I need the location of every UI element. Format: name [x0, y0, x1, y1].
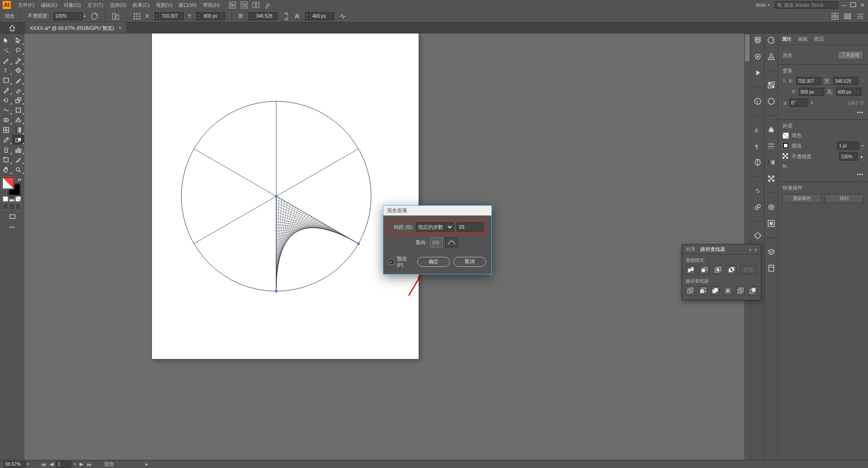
zoom-tool[interactable]	[12, 165, 24, 175]
arrange-docs-icon[interactable]	[252, 1, 259, 9]
slice-tool[interactable]	[12, 155, 24, 165]
tab-artboards[interactable]: 画板	[798, 36, 808, 43]
maximize-button[interactable]	[850, 2, 856, 8]
shape-builder-tool[interactable]	[0, 115, 12, 125]
transform-more-button[interactable]: •••	[857, 109, 863, 115]
minimize-button[interactable]: —	[841, 2, 847, 8]
artboard-tool[interactable]	[0, 155, 12, 165]
pf-unite[interactable]	[686, 265, 696, 274]
edit-toolbar-button[interactable]: •••	[0, 224, 24, 230]
tab-properties[interactable]: 属性	[782, 36, 792, 43]
brushes-panel-icon[interactable]	[754, 232, 762, 240]
artboard-index-input[interactable]	[56, 461, 71, 468]
link-wh-icon[interactable]	[282, 12, 290, 20]
symbol-spray-tool[interactable]	[0, 145, 12, 155]
paintbrush-tool[interactable]	[12, 75, 24, 85]
scale-tool[interactable]	[12, 95, 24, 105]
document-tab[interactable]: XXXX.ai* @ 66.67% (RGB/GPU 预览) ×	[25, 23, 126, 33]
menu-help[interactable]: 帮助(H)	[200, 1, 222, 9]
pf-collapse-icon[interactable]: »	[749, 247, 751, 252]
appearance-more-button[interactable]: •••	[857, 171, 863, 177]
color-mode-solid[interactable]	[3, 196, 8, 202]
swatches-panel-icon[interactable]	[767, 81, 775, 89]
orient-page-button[interactable]	[430, 237, 443, 247]
pf-minus-back[interactable]	[748, 286, 757, 295]
zoom-input[interactable]	[4, 461, 25, 468]
prop-opacity-input[interactable]	[839, 152, 858, 161]
prop-stroke-swatch[interactable]	[783, 142, 789, 149]
pf-tab-align[interactable]: 对齐	[686, 246, 696, 253]
magic-wand-tool[interactable]	[0, 45, 12, 55]
curvature-tool[interactable]	[12, 55, 24, 65]
color2-panel-icon[interactable]	[767, 97, 775, 105]
prop-fill-swatch[interactable]	[783, 132, 789, 139]
pf-exclude[interactable]	[726, 265, 736, 274]
x-input[interactable]	[160, 12, 184, 20]
pf-minus-front[interactable]	[699, 265, 709, 274]
draw-behind[interactable]	[9, 203, 14, 210]
spacing-select[interactable]: 指定的步数	[416, 222, 454, 232]
recolor-art-icon[interactable]	[90, 12, 99, 20]
mesh-tool[interactable]	[0, 125, 12, 135]
eyedropper-tool[interactable]	[0, 135, 12, 145]
width-tool[interactable]	[0, 105, 12, 115]
suit-spade-icon[interactable]	[767, 126, 775, 134]
prop-angle-input[interactable]	[789, 99, 808, 107]
pf-crop[interactable]	[723, 286, 732, 295]
pf-menu-icon[interactable]: ≡	[755, 247, 757, 252]
y-stepper[interactable]: ▴▾	[196, 12, 201, 20]
shaper-icon[interactable]	[339, 12, 347, 20]
glyph-panel-icon[interactable]	[754, 158, 762, 166]
fill-stroke-swatch[interactable]: ⇄	[2, 177, 22, 195]
ref-point-icon[interactable]	[783, 77, 786, 85]
opacity-input[interactable]	[53, 12, 77, 20]
workspace-switcher[interactable]: Web▾	[753, 1, 772, 9]
links-panel-icon[interactable]	[754, 187, 762, 195]
type-tool[interactable]: T	[0, 65, 12, 75]
pf-divide[interactable]	[686, 286, 695, 295]
stock-icon[interactable]: St	[241, 1, 248, 9]
pf-intersect[interactable]	[713, 265, 723, 274]
menu-effect[interactable]: 效果(C)	[130, 1, 152, 9]
pf-merge[interactable]	[711, 286, 720, 295]
char-panel-icon[interactable]: A	[754, 126, 762, 134]
prop-w-input[interactable]	[833, 77, 859, 85]
para-panel-icon[interactable]: ¶	[754, 142, 762, 150]
w-input[interactable]	[254, 12, 278, 20]
menu-edit[interactable]: 编辑(E)	[38, 1, 60, 9]
menu-window[interactable]: 窗口(W)	[176, 1, 199, 9]
transparency-panel-icon[interactable]	[767, 175, 775, 183]
draw-inside[interactable]	[15, 203, 21, 210]
stock-search-input[interactable]: 搜索 Adobe Stock	[775, 1, 838, 9]
selection-tool[interactable]	[0, 35, 12, 45]
spacing-value-input[interactable]	[457, 222, 484, 232]
color-panel-icon[interactable]	[767, 36, 775, 44]
stroke-panel-icon[interactable]	[767, 142, 775, 150]
ok-button[interactable]: 确定	[417, 257, 450, 267]
pen-tool[interactable]	[0, 55, 12, 65]
pf-tab-pathfinder[interactable]: 路径查找器	[700, 246, 725, 253]
prop-h-input[interactable]	[836, 88, 861, 96]
gradient-panel-icon[interactable]	[767, 158, 775, 166]
lasso-tool[interactable]	[12, 45, 24, 55]
eraser-tool[interactable]	[12, 85, 24, 95]
cancel-button[interactable]: 取消	[453, 257, 486, 267]
swap-fill-stroke-icon[interactable]: ⇄	[18, 177, 21, 182]
graph-tool[interactable]	[12, 145, 24, 155]
h-stepper[interactable]: ▴▾	[305, 12, 310, 20]
guide-panel-icon[interactable]	[767, 52, 775, 61]
blend-tool[interactable]	[12, 135, 24, 145]
y-input[interactable]	[202, 12, 225, 20]
shaper-tool[interactable]	[0, 85, 12, 95]
gradient-tool[interactable]	[12, 125, 24, 135]
recolor-button[interactable]: 重新着色	[783, 194, 822, 203]
opacity-stepper[interactable]: ▴▾	[78, 12, 82, 20]
transform-ref-icon[interactable]	[133, 12, 141, 20]
orient-path-button[interactable]	[445, 237, 458, 247]
perspective-tool[interactable]	[12, 115, 24, 125]
cc-lib-panel-icon[interactable]	[754, 203, 762, 211]
line-tool[interactable]	[12, 65, 24, 75]
layers-panel-icon[interactable]	[767, 248, 775, 256]
bridge-icon[interactable]: Br	[229, 1, 236, 9]
rotate-tool[interactable]	[0, 95, 12, 105]
